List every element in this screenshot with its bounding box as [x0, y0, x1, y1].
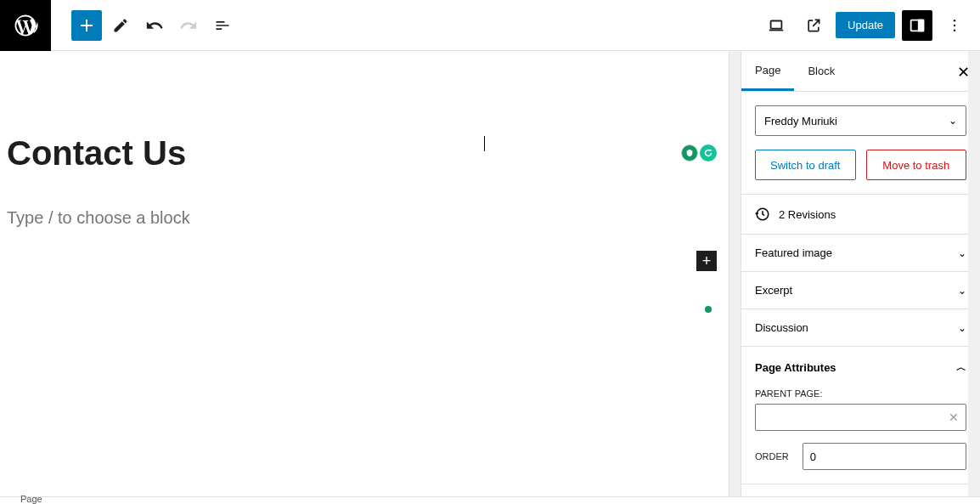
sidebar-tabs: Page Block ✕ — [741, 51, 980, 92]
action-row: Switch to draft Move to trash — [755, 150, 966, 180]
page-attributes-label: Page Attributes — [755, 361, 836, 374]
toolbar-right: Update — [761, 10, 980, 41]
options-button[interactable] — [939, 10, 970, 41]
undo-button[interactable] — [139, 10, 170, 41]
block-placeholder[interactable]: Type / to choose a block — [7, 208, 722, 228]
grammarly-icon[interactable] — [700, 144, 717, 161]
svg-rect-0 — [771, 20, 782, 28]
external-icon — [805, 17, 822, 34]
author-select[interactable]: Freddy Muriuki ⌄ — [755, 105, 966, 136]
discussion-label: Discussion — [755, 321, 808, 334]
plus-icon — [76, 15, 97, 36]
settings-toggle[interactable] — [902, 10, 932, 41]
editor-topbar: Update — [0, 0, 980, 51]
settings-sidebar: Page Block ✕ Freddy Muriuki ⌄ Switch to … — [741, 51, 980, 496]
history-icon — [755, 207, 770, 222]
grammarly-badges — [681, 144, 717, 161]
clear-icon[interactable]: ✕ — [949, 411, 959, 424]
parent-page-input[interactable]: ✕ — [755, 404, 966, 431]
order-label: ORDER — [755, 451, 789, 462]
editor-content: Contact Us Type / to choose a block — [7, 58, 722, 228]
footer-breadcrumb: Page — [0, 496, 980, 504]
list-icon — [214, 17, 231, 34]
svg-point-5 — [954, 29, 956, 31]
view-button[interactable] — [761, 10, 791, 41]
document-overview-button[interactable] — [207, 10, 238, 41]
parent-page-label: PARENT PAGE: — [755, 388, 966, 399]
switch-to-draft-button[interactable]: Switch to draft — [755, 150, 856, 180]
page-title[interactable]: Contact Us — [7, 134, 722, 173]
wordpress-icon — [13, 13, 38, 38]
chevron-down-icon: ⌄ — [958, 322, 966, 334]
page-attributes-panel: Page Attributes ︿ PARENT PAGE: ✕ ORDER — [741, 347, 980, 484]
external-link-button[interactable] — [798, 10, 829, 41]
editor-canvas[interactable]: Contact Us Type / to choose a block + — [0, 51, 729, 496]
editor-scrollbar[interactable] — [729, 51, 741, 496]
featured-image-panel[interactable]: Featured image ⌄ — [741, 235, 980, 272]
move-to-trash-button[interactable]: Move to trash — [866, 150, 967, 180]
add-block-inline[interactable]: + — [696, 251, 717, 271]
svg-rect-2 — [919, 20, 924, 31]
outer-scrollbar[interactable] — [968, 51, 980, 504]
order-row: ORDER — [755, 443, 966, 470]
author-value: Freddy Muriuki — [764, 115, 837, 127]
featured-image-label: Featured image — [755, 246, 832, 259]
page-attributes-header[interactable]: Page Attributes ︿ — [755, 360, 966, 375]
chevron-down-icon: ⌄ — [958, 285, 966, 297]
grammarly-shield-icon[interactable] — [681, 144, 698, 161]
wordpress-logo[interactable] — [0, 0, 51, 51]
add-block-toggle[interactable] — [71, 10, 102, 41]
main-area: Contact Us Type / to choose a block + Pa… — [0, 51, 980, 496]
redo-icon — [179, 16, 198, 35]
excerpt-panel[interactable]: Excerpt ⌄ — [741, 272, 980, 309]
laptop-icon — [767, 16, 786, 35]
tab-block[interactable]: Block — [794, 53, 848, 89]
update-button[interactable]: Update — [836, 12, 895, 38]
revisions-label: 2 Revisions — [779, 208, 836, 221]
chevron-down-icon: ⌄ — [958, 247, 966, 259]
text-cursor — [484, 136, 485, 151]
status-panel: Freddy Muriuki ⌄ Switch to draft Move to… — [741, 92, 980, 195]
status-dot — [705, 306, 712, 313]
discussion-panel[interactable]: Discussion ⌄ — [741, 309, 980, 347]
sidebar-icon — [908, 16, 926, 35]
excerpt-label: Excerpt — [755, 284, 792, 297]
chevron-down-icon: ⌄ — [949, 115, 957, 127]
tools-button[interactable] — [105, 10, 136, 41]
more-vertical-icon — [946, 17, 963, 34]
redo-button[interactable] — [173, 10, 204, 41]
chevron-up-icon: ︿ — [956, 360, 966, 375]
order-input[interactable] — [803, 443, 966, 470]
toolbar-left — [51, 10, 238, 41]
pencil-icon — [112, 17, 129, 34]
revisions-row[interactable]: 2 Revisions — [741, 195, 980, 235]
undo-icon — [145, 16, 164, 35]
svg-point-3 — [954, 19, 956, 21]
tab-page[interactable]: Page — [741, 52, 794, 91]
svg-point-4 — [954, 24, 956, 26]
breadcrumb-text: Page — [20, 494, 42, 504]
plus-icon: + — [702, 252, 712, 270]
